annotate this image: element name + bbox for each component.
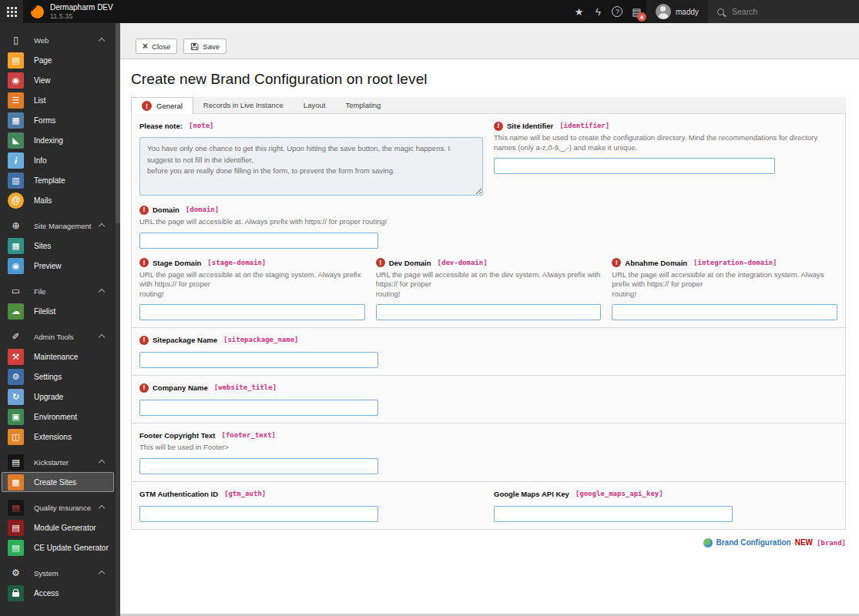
sidebar-item-upgrade[interactable]: ↻ Upgrade <box>0 387 116 407</box>
sidebar-item-indexing[interactable]: ◣ Indexing <box>0 130 116 150</box>
tab-records-in-live-instance[interactable]: Records in Live Instance <box>193 97 294 113</box>
field-label: Domain <box>153 205 180 215</box>
brand-area[interactable]: Dermapharm DEV 11.5.35 <box>23 0 121 23</box>
sidebar-section-system[interactable]: ⚙ System <box>0 563 116 583</box>
close-button[interactable]: × Close <box>136 38 177 54</box>
field-domain: Domain [domain] URL the page will access… <box>139 205 837 249</box>
sidebar-item-mails[interactable]: @ Mails <box>0 190 116 210</box>
google-maps-api-key-input[interactable] <box>494 506 733 522</box>
save-button[interactable]: Save <box>183 38 226 54</box>
info-icon: i <box>8 152 24 169</box>
note-textarea[interactable]: You have only one chance to get this rig… <box>139 137 483 196</box>
abnahme-domain-input[interactable] <box>612 304 837 320</box>
chart-icon: ◣ <box>8 132 24 149</box>
sidebar-item-forms[interactable]: ▦ Forms <box>0 110 116 130</box>
site-identifier-input[interactable] <box>494 158 775 174</box>
chevron-up-icon <box>99 460 105 466</box>
globe-icon: ⊕ <box>8 220 24 231</box>
help-icon[interactable]: ? <box>608 0 627 23</box>
kickstarter-icon: ▤ <box>8 454 24 470</box>
field-tag: [sitepackage_name] <box>223 335 299 345</box>
tab-bar: General Records in Live Instance Layout … <box>131 97 846 114</box>
sidebar-item-filelist[interactable]: ☁ Filelist <box>0 301 116 321</box>
domain-input[interactable] <box>139 233 378 249</box>
brand-record-globe-icon <box>703 538 713 547</box>
footer-copyright-input[interactable] <box>139 458 378 474</box>
cloud-icon: ☁ <box>8 303 24 320</box>
typo3-version: 11.5.35 <box>50 12 113 20</box>
field-abnahme-domain: Abnahme Domain [integration-domain] URL … <box>612 258 837 321</box>
package-icon: ◫ <box>8 429 24 445</box>
sidebar-item-ce-update-generator[interactable]: ▤ CE Update Generator <box>0 537 116 557</box>
building-icon: ▦ <box>8 238 24 254</box>
required-icon <box>612 258 621 267</box>
sidebar-item-sites[interactable]: ▦ Sites <box>0 236 116 256</box>
topbar-right: ★ ϟ ? ▤ 4 maddy <box>569 0 859 23</box>
chevron-up-icon <box>99 289 105 295</box>
sidebar-item-template[interactable]: ▥ Template <box>0 170 116 190</box>
gtm-auth-input[interactable] <box>139 506 378 522</box>
tab-label: Layout <box>304 101 326 109</box>
close-button-label: Close <box>152 42 170 51</box>
sidebar-item-maintenance[interactable]: ⚒ Maintenance <box>0 346 116 367</box>
field-description: URL the page will accessible at on the i… <box>612 270 837 300</box>
sidebar-item-environment[interactable]: ▣ Environment <box>0 407 116 427</box>
sidebar-section-quality-insurance[interactable]: ▤ Quality Insurance <box>0 497 116 517</box>
sidebar-section-admin-tools[interactable]: ✐ Admin Tools <box>0 326 116 346</box>
field-google-maps-api-key: Google Maps API Key [google_maps_api_key… <box>494 489 837 522</box>
company-name-input[interactable] <box>139 400 378 416</box>
field-tag: [dev-domain] <box>438 258 488 268</box>
sidebar-item-access[interactable]: Access <box>0 583 116 603</box>
search-bar <box>708 0 859 23</box>
wrench-icon: ⚒ <box>8 349 24 365</box>
sidebar-item-extensions[interactable]: ◫ Extensions <box>0 427 116 447</box>
field-tag: [integration-domain] <box>693 258 777 268</box>
record-tag: [brand] <box>817 539 846 547</box>
tab-label: Templating <box>345 101 381 109</box>
modules-grid-button[interactable] <box>0 0 23 23</box>
dev-domain-input[interactable] <box>376 304 602 320</box>
search-input[interactable] <box>730 6 830 17</box>
tab-layout[interactable]: Layout <box>294 97 336 113</box>
flush-cache-bolt-icon[interactable]: ϟ <box>589 0 608 23</box>
chevron-up-icon <box>99 38 105 44</box>
list-icon: ☰ <box>8 92 24 109</box>
required-icon <box>494 122 503 131</box>
form-section-footer-text: Footer Copyright Text [footer_text] This… <box>131 423 846 482</box>
field-label: Please note: <box>139 121 183 131</box>
tab-templating[interactable]: Templating <box>335 97 391 113</box>
sidebar-section-kickstarter[interactable]: ▤ Kickstarter <box>0 452 116 472</box>
sidebar-item-settings[interactable]: ⚙ Settings <box>0 367 116 387</box>
required-icon <box>139 336 149 345</box>
field-dev-domain: Dev Domain [dev-domain] URL the page wil… <box>376 258 602 321</box>
monitor-icon: ▣ <box>8 409 24 425</box>
field-tag: [google_maps_api_key] <box>575 489 663 499</box>
typo3-logo <box>31 5 44 18</box>
sidebar-item-module-generator[interactable]: ▤ Module Generator <box>0 517 116 537</box>
sidebar-item-preview[interactable]: ◉ Preview <box>0 256 116 276</box>
system-information-icon[interactable]: ▤ 4 <box>627 0 646 23</box>
stage-domain-input[interactable] <box>139 304 365 320</box>
field-note: Please note: [note] You have only one ch… <box>139 121 483 196</box>
close-icon: × <box>143 42 148 51</box>
sidebar-item-page[interactable]: ▤ Page <box>0 50 116 70</box>
sidebar-item-view[interactable]: ◉ View <box>0 70 116 90</box>
required-icon <box>376 258 385 267</box>
sidebar-section-site-management[interactable]: ⊕ Site Management <box>0 216 116 236</box>
ce-update-generator-icon: ▤ <box>8 540 24 556</box>
sitepackage-name-input[interactable] <box>139 352 378 368</box>
tab-general[interactable]: General <box>131 97 193 114</box>
bookmark-star-icon[interactable]: ★ <box>569 0 589 23</box>
sidebar-item-info[interactable]: i Info <box>0 150 116 170</box>
field-site-identifier: Site Identifier [identifier] This name w… <box>494 121 837 196</box>
record-type-link[interactable]: Brand Configuration <box>716 538 791 547</box>
field-label: Abnahme Domain <box>625 258 687 268</box>
user-menu[interactable]: maddy <box>646 0 708 23</box>
create-sites-icon: ▦ <box>8 474 24 490</box>
sidebar-section-file[interactable]: ▭ File <box>0 281 116 301</box>
sidebar-item-list[interactable]: ☰ List <box>0 90 116 110</box>
topbar: Dermapharm DEV 11.5.35 ★ ϟ ? ▤ 4 maddy <box>0 0 859 23</box>
sidebar-item-create-sites[interactable]: ▦ Create Sites <box>2 472 114 492</box>
sidebar-section-web[interactable]: ▯ Web <box>0 30 116 50</box>
record-state-badge: NEW <box>795 538 813 547</box>
